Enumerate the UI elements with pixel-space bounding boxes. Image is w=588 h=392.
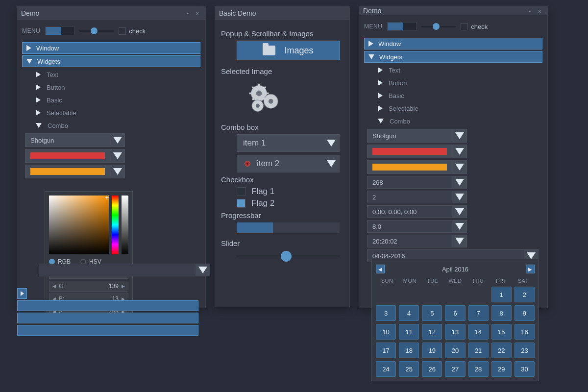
section-checkbox: Checkbox: [221, 175, 343, 184]
hidden-tree-button[interactable]: [17, 313, 198, 323]
chevron-down-icon: [455, 179, 464, 186]
combo-color-2[interactable]: [25, 165, 125, 178]
chevron-down-icon: [36, 123, 42, 128]
sv-plane[interactable]: +: [49, 196, 109, 254]
tree-widgets[interactable]: Widgets: [22, 55, 200, 67]
calendar-day[interactable]: 22: [491, 343, 512, 358]
combo-item-1[interactable]: item 1: [237, 134, 340, 152]
check[interactable]: check: [119, 27, 146, 35]
calendar-day[interactable]: 19: [422, 343, 442, 358]
combo-value[interactable]: 20:20:02: [367, 235, 467, 247]
calendar-day[interactable]: 6: [445, 305, 465, 321]
hue-slider[interactable]: [112, 196, 119, 254]
mini-slider[interactable]: [421, 22, 456, 31]
images-button[interactable]: Images: [237, 41, 340, 60]
tree-item[interactable]: Combo: [364, 115, 542, 127]
chevron-right-icon: [36, 110, 41, 116]
calendar-day[interactable]: 30: [514, 361, 535, 377]
tree-item[interactable]: Text: [364, 64, 542, 76]
calendar-day[interactable]: 18: [399, 343, 419, 358]
calendar-day[interactable]: 15: [491, 324, 512, 340]
titlebar[interactable]: Demo - x: [359, 7, 547, 15]
tree-item[interactable]: Basic: [364, 90, 542, 101]
tree-item[interactable]: Combo: [22, 120, 200, 131]
calendar-day[interactable]: 16: [514, 324, 535, 340]
hidden-tree-button[interactable]: [17, 325, 198, 336]
chevron-right-icon: [36, 97, 41, 103]
calendar-day[interactable]: 21: [468, 343, 489, 358]
combo-value[interactable]: 2: [367, 191, 467, 203]
slider[interactable]: [237, 250, 340, 262]
svg-point-5: [256, 104, 259, 107]
calendar-day[interactable]: 1: [491, 287, 512, 302]
calendar-day[interactable]: 20: [445, 343, 465, 358]
calendar-day[interactable]: 27: [445, 361, 465, 377]
next-month-button[interactable]: ▶: [526, 265, 535, 273]
svg-line-13: [252, 98, 254, 100]
checkbox-flag1[interactable]: Flag 1: [237, 187, 343, 196]
minimize-icon[interactable]: -: [526, 7, 534, 15]
tree-item[interactable]: Text: [22, 69, 200, 80]
chevron-down-icon: [455, 164, 464, 171]
combo-value[interactable]: 8.0: [367, 220, 467, 233]
calendar-day[interactable]: 17: [376, 343, 396, 358]
tree-item[interactable]: Basic: [22, 94, 200, 106]
close-icon[interactable]: x: [536, 7, 543, 15]
close-icon[interactable]: x: [194, 9, 201, 17]
hidden-tree-button[interactable]: [17, 288, 27, 299]
tree-widgets[interactable]: Widgets: [364, 51, 542, 63]
tree-item[interactable]: Selectable: [22, 107, 200, 119]
mini-progress[interactable]: [387, 22, 416, 31]
calendar-day[interactable]: 29: [491, 361, 512, 377]
combo-weapon[interactable]: Shotgun: [25, 133, 125, 147]
prev-month-button[interactable]: ◀: [376, 265, 385, 273]
minimize-icon[interactable]: -: [184, 9, 192, 17]
section-selected-image: Selected Image: [221, 67, 343, 75]
calendar-day[interactable]: 10: [376, 324, 396, 340]
calendar-day[interactable]: 7: [468, 305, 489, 321]
calendar-day[interactable]: 14: [468, 324, 489, 340]
calendar-day[interactable]: 23: [514, 343, 535, 358]
chevron-down-icon: [368, 54, 374, 59]
titlebar[interactable]: Demo - x: [17, 7, 205, 20]
calendar-day[interactable]: 8: [491, 305, 512, 321]
tree-item[interactable]: Button: [22, 81, 200, 93]
calendar-day[interactable]: 13: [445, 324, 465, 340]
basic-demo-window: Basic Demo Popup & Scrollbar & Images Im…: [215, 6, 350, 307]
combo-empty[interactable]: [39, 264, 210, 276]
tree-window[interactable]: Window: [364, 38, 542, 49]
combo-item-2[interactable]: item 2: [237, 155, 340, 172]
calendar-day[interactable]: 3: [376, 305, 396, 321]
calendar-day[interactable]: 5: [422, 305, 442, 321]
combo-color-1[interactable]: [367, 145, 467, 158]
chevron-down-icon: [455, 208, 464, 215]
calendar-day[interactable]: 2: [514, 287, 535, 302]
hidden-tree-button[interactable]: [17, 300, 198, 311]
calendar-day[interactable]: 25: [399, 361, 419, 377]
calendar-day[interactable]: 24: [376, 361, 396, 377]
alpha-slider[interactable]: [122, 196, 128, 254]
calendar-day[interactable]: 9: [514, 305, 535, 321]
tree-window[interactable]: Window: [22, 42, 200, 54]
calendar-day[interactable]: 4: [399, 305, 419, 321]
crosshair-icon: +: [104, 195, 110, 200]
tree-item[interactable]: Button: [364, 77, 542, 89]
combo-color-1[interactable]: [25, 149, 125, 163]
combo-color-2[interactable]: [367, 160, 467, 174]
titlebar[interactable]: Basic Demo: [215, 7, 349, 20]
calendar-day[interactable]: 12: [422, 324, 442, 340]
combo-value[interactable]: 0.00, 0.00, 0.00: [367, 205, 467, 218]
mini-progress[interactable]: [45, 26, 74, 35]
calendar-dow: SUN: [376, 278, 398, 284]
calendar-day[interactable]: 11: [399, 324, 419, 340]
calendar-day[interactable]: 26: [422, 361, 442, 377]
tree-item[interactable]: Selectable: [364, 102, 542, 114]
checkbox-flag2[interactable]: Flag 2: [237, 198, 343, 208]
calendar-day[interactable]: 28: [468, 361, 489, 377]
menu-label: MENU: [22, 27, 40, 34]
check[interactable]: check: [461, 23, 488, 30]
combo-value[interactable]: 268: [367, 176, 467, 189]
combo-weapon[interactable]: Shotgun: [367, 129, 467, 143]
progressbar[interactable]: [237, 222, 340, 233]
mini-slider[interactable]: [79, 26, 114, 35]
